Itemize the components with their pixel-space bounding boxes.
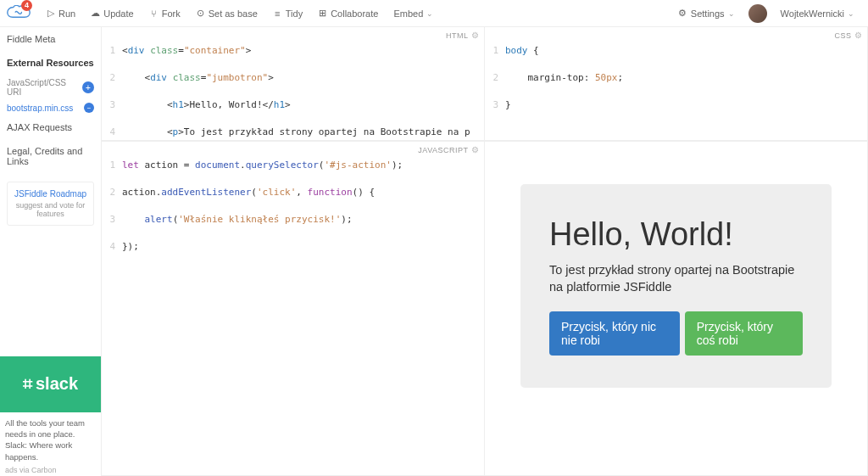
gear-icon[interactable]: ⚙: [471, 145, 480, 154]
css-editor[interactable]: 1body { 2 margin-top: 50px; 3}: [485, 27, 867, 140]
setbase-button[interactable]: ⊙Set as base: [189, 6, 264, 21]
sidebar-fiddle-meta[interactable]: Fiddle Meta: [0, 27, 101, 51]
result-button-primary[interactable]: Przycisk, który nic nie robi: [549, 311, 680, 356]
logo[interactable]: 4: [7, 5, 31, 22]
add-resource-button[interactable]: +: [82, 81, 94, 93]
collaborate-button[interactable]: ⊞Collaborate: [311, 6, 385, 21]
slack-icon: ⌗: [23, 374, 32, 394]
username-menu[interactable]: WojtekWernicki⌄: [774, 6, 861, 21]
run-button[interactable]: ▷Run: [39, 6, 82, 21]
js-pane-label: JAVASCRIPT⚙: [418, 145, 479, 154]
tidy-button[interactable]: ≡Tidy: [266, 6, 309, 21]
ad-text: All the tools your team needs in one pla…: [0, 416, 101, 464]
resource-input-row: JavaScript/CSS URI +: [0, 75, 101, 100]
resource-item[interactable]: bootstrap.min.css −: [0, 100, 101, 115]
play-icon: ▷: [46, 8, 55, 18]
embed-button[interactable]: Embed⌄: [387, 6, 440, 21]
chevron-down-icon: ⌄: [426, 9, 433, 18]
avatar[interactable]: [748, 4, 767, 23]
result-body: Hello, World! To jest przykład strony op…: [485, 142, 867, 388]
result-button-success[interactable]: Przycisk, który coś robi: [685, 311, 803, 356]
chevron-down-icon: ⌄: [728, 9, 735, 18]
roadmap-link[interactable]: JSFiddle Roadmap: [14, 189, 86, 199]
js-pane[interactable]: JAVASCRIPT⚙ 1let action = document.query…: [102, 141, 485, 476]
html-pane-label: HTML⚙: [446, 31, 479, 40]
topbar: 4 ▷Run ☁Update ⑂Fork ⊙Set as base ≡Tidy …: [0, 0, 868, 27]
sidebar: Fiddle Meta External Resources JavaScrip…: [0, 27, 102, 476]
gear-icon[interactable]: ⚙: [471, 31, 480, 40]
ad-attribution[interactable]: ads via Carbon: [0, 464, 101, 476]
result-pane: Hello, World! To jest przykład strony op…: [485, 141, 868, 476]
result-paragraph: To jest przykład strony opartej na Boots…: [549, 261, 803, 296]
sidebar-ajax[interactable]: AJAX Requests: [0, 115, 101, 139]
resource-name: bootstrap.min.css: [7, 104, 73, 113]
fork-icon: ⑂: [149, 8, 159, 18]
fork-button[interactable]: ⑂Fork: [142, 6, 187, 21]
chat-icon: ⊞: [318, 8, 327, 18]
topbar-right: ⚙Settings⌄ WojtekWernicki⌄: [671, 4, 861, 23]
remove-resource-button[interactable]: −: [84, 103, 94, 113]
sidebar-external-resources[interactable]: External Resources: [0, 51, 101, 75]
jumbotron: Hello, World! To jest przykład strony op…: [520, 184, 832, 388]
js-editor[interactable]: 1let action = document.querySelector('#j…: [102, 142, 484, 475]
css-pane-label: CSS⚙: [834, 31, 862, 40]
html-pane[interactable]: HTML⚙ 1<div class="container"> 2 <div cl…: [102, 27, 485, 141]
roadmap-box[interactable]: JSFiddle Roadmap suggest and vote for fe…: [7, 182, 94, 226]
sidebar-legal[interactable]: Legal, Credits and Links: [0, 139, 101, 173]
gear-icon[interactable]: ⚙: [854, 31, 863, 40]
result-heading: Hello, World!: [549, 216, 803, 253]
update-button[interactable]: ☁Update: [84, 6, 140, 21]
html-editor[interactable]: 1<div class="container"> 2 <div class="j…: [102, 27, 484, 140]
tag-icon: ⊙: [196, 8, 205, 18]
editors-grid: HTML⚙ 1<div class="container"> 2 <div cl…: [102, 27, 868, 476]
content: Fiddle Meta External Resources JavaScrip…: [0, 27, 868, 476]
roadmap-subtext: suggest and vote for features: [13, 201, 88, 218]
gear-icon: ⚙: [678, 8, 687, 18]
chevron-down-icon: ⌄: [848, 9, 854, 18]
ad-banner[interactable]: ⌗slack: [0, 356, 101, 412]
notification-badge[interactable]: 4: [21, 0, 32, 11]
cloud-icon: ☁: [91, 8, 100, 18]
settings-button[interactable]: ⚙Settings⌄: [671, 6, 742, 21]
result-buttons: Przycisk, który nic nie robi Przycisk, k…: [549, 311, 803, 356]
resource-uri-input[interactable]: JavaScript/CSS URI: [7, 78, 79, 97]
toolbar-actions: ▷Run ☁Update ⑂Fork ⊙Set as base ≡Tidy ⊞C…: [39, 6, 440, 21]
css-pane[interactable]: CSS⚙ 1body { 2 margin-top: 50px; 3}: [485, 27, 868, 141]
tidy-icon: ≡: [273, 8, 282, 18]
